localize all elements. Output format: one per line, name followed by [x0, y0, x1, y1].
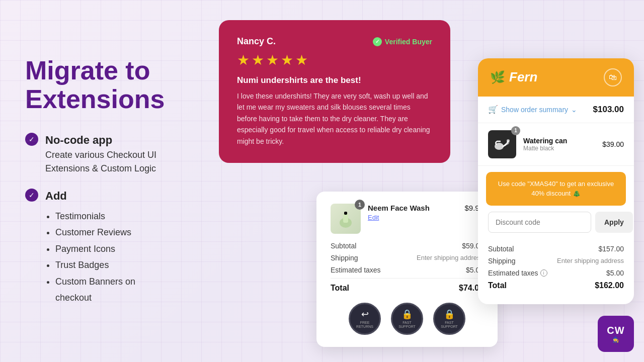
- star-3: ★: [266, 52, 279, 68]
- fern-product-section: 1 Watering can Matte black $39.00: [478, 123, 634, 166]
- subtotal-row: Subtotal $59.00: [331, 242, 484, 250]
- fern-tax-value: $5.00: [606, 269, 624, 277]
- tax-label: Estimated taxes: [331, 266, 381, 274]
- show-order-summary-button[interactable]: 🛒 Show order summary ⌄: [488, 105, 577, 114]
- feature-item-nocode: ✓ No-code app Create various Checkout UI…: [25, 132, 166, 175]
- check-icon-2: ✓: [25, 189, 38, 202]
- right-panel: 🌿 Fern 🛍 🛒 Show order summary ⌄ $103.00: [478, 58, 634, 304]
- star-2: ★: [252, 52, 264, 68]
- shipping-value: Enter shipping address: [417, 254, 484, 262]
- subtotal-label: Subtotal: [331, 242, 356, 250]
- product-image-wrapper: 1: [331, 204, 361, 234]
- order-product-row: 1 Neem Face Wash Edit $9.99: [331, 204, 484, 234]
- fern-total-value: $162.00: [595, 281, 624, 290]
- fern-tax-label-row: Estimated taxes i: [488, 269, 547, 277]
- star-1: ★: [237, 52, 250, 68]
- sub-item-testimonials: Testimonials: [55, 208, 166, 224]
- product-details: Neem Face Wash Edit: [368, 204, 457, 221]
- cw-wizard-icon: 🧙: [612, 336, 619, 343]
- sub-item-reviews: Customer Reviews: [55, 224, 166, 240]
- discount-section: Apply: [478, 212, 634, 241]
- fern-product-variant: Matte black: [523, 145, 595, 152]
- tax-info-icon: i: [540, 269, 547, 277]
- fern-grand-total-row: Total $162.00: [488, 281, 624, 290]
- cart-small-icon: 🛒: [488, 105, 498, 114]
- verified-badge: ✓ Verified Buyer: [373, 37, 432, 46]
- fern-leaf-icon: 🌿: [490, 70, 505, 84]
- fern-product-image: 1: [488, 130, 516, 158]
- review-title: Numi undershirts are the best!: [237, 75, 432, 85]
- fern-product-badge: 1: [511, 126, 520, 135]
- sub-item-trust: Trust Badges: [55, 257, 166, 273]
- tax-row: Estimated taxes $5.00: [331, 266, 484, 274]
- shipping-label: Shipping: [331, 254, 358, 262]
- discount-code-input[interactable]: [488, 212, 591, 233]
- total-row: Total $74.00: [331, 278, 484, 293]
- trust-badges: ↩ FREERETURNS 🔒 FASTSUPPORT 🔒 FASTSUPPOR…: [331, 303, 484, 335]
- main-heading: Migrate to Extensions: [25, 56, 166, 114]
- apply-button[interactable]: Apply: [595, 212, 633, 233]
- middle-section: Nancy C. ✓ Verified Buyer ★ ★ ★ ★ ★ Numi…: [191, 0, 478, 362]
- chevron-down-icon: ⌄: [571, 106, 577, 114]
- svg-rect-1: [343, 214, 348, 223]
- feature-item-add: ✓ Add Testimonials Customer Reviews Paym…: [25, 188, 166, 306]
- support-text-1: FASTSUPPORT: [398, 321, 416, 329]
- total-label: Total: [331, 284, 349, 293]
- show-order-label: Show order summary: [501, 106, 568, 114]
- fern-subtotal-value: $157.00: [598, 245, 624, 253]
- support-text-2: FASTSUPPORT: [441, 321, 458, 329]
- product-badge-count: 1: [355, 200, 365, 210]
- support-icon-1: 🔒: [401, 309, 413, 320]
- sub-feature-list: Testimonials Customer Reviews Payment Ic…: [45, 208, 166, 306]
- cw-badge: CW 🧙: [598, 316, 634, 352]
- shipping-row: Shipping Enter shipping address: [331, 254, 484, 262]
- fern-total-label: Total: [488, 281, 507, 290]
- product-name: Neem Face Wash: [368, 204, 430, 212]
- star-5: ★: [295, 52, 308, 68]
- support-icon-2: 🔒: [444, 309, 455, 320]
- cw-letters: CW: [607, 325, 624, 336]
- svg-rect-2: [344, 212, 347, 215]
- watering-can-svg: [493, 135, 511, 153]
- trust-badge-support-1: 🔒 FASTSUPPORT: [391, 303, 423, 335]
- promo-banner: Use code "XMAS40" to get an exclusive 40…: [486, 172, 626, 206]
- fern-card: 🌿 Fern 🛍 🛒 Show order summary ⌄ $103.00: [478, 58, 634, 304]
- fern-header: 🌿 Fern 🛍: [478, 58, 634, 97]
- left-panel: Migrate to Extensions ✓ No-code app Crea…: [0, 36, 191, 326]
- sub-item-banners: Custom Banners on checkout: [55, 274, 166, 306]
- trust-badge-support-2: 🔒 FASTSUPPORT: [433, 303, 465, 335]
- star-rating: ★ ★ ★ ★ ★: [237, 52, 432, 68]
- order-total-amount: $103.00: [593, 105, 624, 115]
- cart-bag-icon: 🛍: [609, 73, 617, 82]
- svg-point-4: [507, 139, 510, 142]
- verified-check-icon: ✓: [373, 37, 382, 46]
- feature-text-2: Add Testimonials Customer Reviews Paymen…: [45, 188, 166, 306]
- review-card: Nancy C. ✓ Verified Buyer ★ ★ ★ ★ ★ Numi…: [219, 20, 450, 163]
- star-4: ★: [281, 52, 293, 68]
- fern-shipping-row: Shipping Enter shipping address: [488, 257, 624, 265]
- review-header: Nancy C. ✓ Verified Buyer: [237, 36, 432, 47]
- feature-text-1: No-code app Create various Checkout UI E…: [45, 132, 166, 175]
- returns-icon: ↩: [361, 309, 369, 320]
- feature-list: ✓ No-code app Create various Checkout UI…: [25, 132, 166, 306]
- fern-subtotal-label: Subtotal: [488, 245, 514, 253]
- fern-shipping-value: Enter shipping address: [557, 257, 624, 265]
- cart-icon-button[interactable]: 🛍: [604, 68, 622, 86]
- fern-totals-section: Subtotal $157.00 Shipping Enter shipping…: [478, 241, 634, 304]
- returns-text: FREERETURNS: [356, 321, 373, 329]
- reviewer-name: Nancy C.: [237, 36, 276, 47]
- edit-link[interactable]: Edit: [368, 214, 457, 221]
- fern-logo: 🌿 Fern: [490, 69, 537, 85]
- fern-subtotal-row: Subtotal $157.00: [488, 245, 624, 253]
- check-icon-1: ✓: [25, 133, 38, 146]
- fern-tax-row: Estimated taxes i $5.00: [488, 269, 624, 277]
- fern-product-info: Watering can Matte black: [523, 137, 595, 152]
- fern-product-row: 1 Watering can Matte black $39.00: [488, 130, 624, 158]
- fern-shipping-label: Shipping: [488, 257, 516, 265]
- fern-brand-name: Fern: [509, 69, 537, 85]
- sub-item-payment: Payment Icons: [55, 241, 166, 257]
- fern-product-price: $39.00: [602, 140, 624, 148]
- review-body: I love these undershirts! They are very …: [237, 90, 432, 147]
- face-wash-svg: [336, 209, 356, 229]
- fern-product-name: Watering can: [523, 137, 595, 145]
